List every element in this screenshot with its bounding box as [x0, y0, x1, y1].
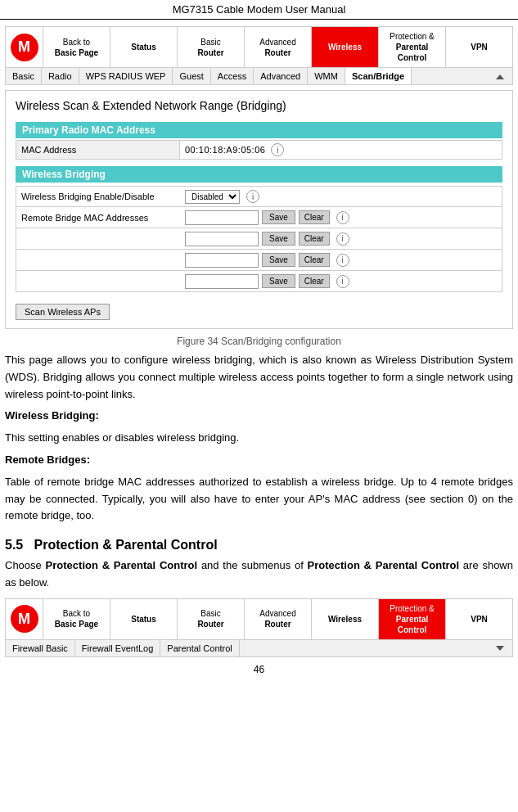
- bridging-enable-row: Wireless Bridging Enable/Disable Disable…: [16, 186, 502, 207]
- remote-bridge-row-1-control: Save Clear i: [185, 210, 497, 225]
- remote-bridge-info-icon-1[interactable]: i: [336, 211, 349, 224]
- remote-bridges-bold: Remote Bridges:: [5, 453, 90, 466]
- sub-nav-1: Basic Radio WPS RADIUS WEP Guest Access …: [5, 68, 513, 85]
- scan-wireless-btn[interactable]: Scan Wireless APs: [16, 304, 110, 320]
- sub-nav-2: Firewall Basic Firewall EventLog Parenta…: [5, 640, 513, 657]
- save-button-1[interactable]: Save: [262, 210, 295, 224]
- nav-wireless-2[interactable]: Wireless: [312, 599, 379, 639]
- bridging-enable-info-icon[interactable]: i: [246, 190, 259, 203]
- bridging-enable-select[interactable]: Disabled Enabled: [185, 190, 240, 204]
- remote-bridge-row-3: Save Clear i: [16, 250, 502, 271]
- section-number: 5.5: [5, 538, 23, 552]
- remote-bridge-input-3[interactable]: [185, 253, 259, 268]
- remote-bridge-row-3-control: Save Clear i: [185, 253, 497, 268]
- remote-bridge-input-4[interactable]: [185, 274, 259, 289]
- body-paragraph-1: This page allows you to configure wirele…: [5, 352, 513, 403]
- nav-vpn-2[interactable]: VPN: [446, 599, 512, 639]
- subnav-basic-1[interactable]: Basic: [6, 68, 42, 84]
- nav-back-2[interactable]: Back to Basic Page: [43, 599, 110, 639]
- remote-bridge-row-2: Save Clear i: [16, 228, 502, 250]
- primary-radio-header: Primary Radio MAC Address: [16, 122, 502, 138]
- subnav-access-1[interactable]: Access: [211, 68, 254, 84]
- content-title-1: Wireless Scan & Extended Network Range (…: [16, 99, 502, 112]
- save-button-3[interactable]: Save: [262, 253, 295, 267]
- subnav-wps-1[interactable]: WPS RADIUS WEP: [79, 68, 173, 84]
- sub-nav-arrow-down-2: [488, 640, 512, 656]
- body-paragraph-remote-heading: Remote Bridges:: [5, 452, 513, 469]
- save-button-4[interactable]: Save: [262, 274, 295, 288]
- body-paragraph-2: This setting enables or disables wireles…: [5, 430, 513, 447]
- subnav-scanbrige-1[interactable]: Scan/Bridge: [345, 68, 412, 84]
- clear-button-4[interactable]: Clear: [299, 274, 330, 288]
- nav-protection-2[interactable]: Protection & Parental Control: [379, 599, 446, 639]
- nav-logo-2: M: [6, 599, 43, 639]
- remote-bridge-info-icon-2[interactable]: i: [336, 232, 349, 246]
- page-number: 46: [0, 664, 518, 675]
- scan-btn-container: Scan Wireless APs: [16, 299, 502, 320]
- clear-button-3[interactable]: Clear: [299, 253, 330, 267]
- motorola-icon-2: M: [11, 605, 38, 633]
- nav-basic-router-1[interactable]: Basic Router: [178, 27, 245, 67]
- mac-address-row: MAC Address 00:10:18:A9:05:06 i: [16, 141, 502, 160]
- nav-vpn-1[interactable]: VPN: [446, 27, 512, 67]
- remote-bridge-input-2[interactable]: [185, 232, 259, 246]
- subnav-firewall-basic[interactable]: Firewall Basic: [6, 640, 75, 656]
- wireless-bridging-header: Wireless Bridging: [16, 166, 502, 183]
- nav-bar-1: M Back to Basic Page Status Basic Router…: [5, 26, 513, 68]
- nav-back-1[interactable]: Back to Basic Page: [43, 27, 110, 67]
- subnav-parental-control[interactable]: Parental Control: [160, 640, 240, 656]
- subnav-advanced-1[interactable]: Advanced: [254, 68, 308, 84]
- nav-logo-1: M: [6, 27, 43, 67]
- arrow-down-icon-2: [496, 646, 504, 651]
- nav-advanced-router-2[interactable]: Advanced Router: [245, 599, 312, 639]
- clear-button-2[interactable]: Clear: [299, 232, 330, 246]
- figure-caption: Figure 34 Scan/Bridging configuration: [0, 336, 518, 347]
- mac-address-table: MAC Address 00:10:18:A9:05:06 i: [16, 140, 502, 160]
- nav-status-2[interactable]: Status: [110, 599, 178, 639]
- remote-bridge-info-icon-3[interactable]: i: [336, 254, 349, 267]
- remote-bridge-info-icon-4[interactable]: i: [336, 275, 349, 288]
- body-paragraph-3: Table of remote bridge MAC addresses aut…: [5, 474, 513, 525]
- subnav-wmm-1[interactable]: WMM: [308, 68, 345, 84]
- subnav-radio-1[interactable]: Radio: [42, 68, 79, 84]
- wireless-bridging-bold: Wireless Bridging:: [5, 409, 99, 422]
- content-area-1: Wireless Scan & Extended Network Range (…: [5, 90, 513, 329]
- body-paragraph-wireless-heading: Wireless Bridging:: [5, 408, 513, 425]
- bridging-enable-control: Disabled Enabled i: [185, 190, 497, 204]
- bridging-enable-label: Wireless Bridging Enable/Disable: [21, 192, 185, 201]
- mac-value-cell: 00:10:18:A9:05:06 i: [180, 141, 502, 160]
- remote-bridge-row-4: Save Clear i: [16, 271, 502, 292]
- nav-protection-1[interactable]: Protection & Parental Control: [379, 27, 446, 67]
- mac-label: MAC Address: [16, 141, 180, 160]
- nav-advanced-router-1[interactable]: Advanced Router: [245, 27, 312, 67]
- clear-button-1[interactable]: Clear: [299, 210, 330, 224]
- section-55-bold-2: Protection & Parental Control: [308, 559, 460, 571]
- nav-status-1[interactable]: Status: [110, 27, 178, 67]
- mac-value: 00:10:18:A9:05:06: [185, 145, 265, 155]
- arrow-up-icon-1: [496, 74, 504, 79]
- nav-bar-2: M Back to Basic Page Status Basic Router…: [5, 598, 513, 640]
- nav-basic-router-2[interactable]: Basic Router: [178, 599, 245, 639]
- section-55-intro: Choose Protection & Parental Control and…: [5, 557, 513, 592]
- subnav-firewall-eventlog[interactable]: Firewall EventLog: [75, 640, 160, 656]
- remote-bridge-row-4-control: Save Clear i: [185, 274, 497, 289]
- remote-bridge-row-2-control: Save Clear i: [185, 232, 497, 246]
- section-title: Protection & Parental Control: [34, 538, 218, 552]
- nav-wireless-1[interactable]: Wireless: [312, 27, 379, 67]
- section-55-bold-1: Protection & Parental Control: [46, 559, 198, 571]
- section-55-heading: 5.5 Protection & Parental Control: [5, 538, 513, 553]
- page-title: MG7315 Cable Modem User Manual: [0, 0, 518, 20]
- remote-bridge-input-1[interactable]: [185, 210, 259, 225]
- sub-nav-arrow-up-1: [488, 69, 512, 84]
- remote-bridge-label-row: Remote Bridge MAC Addresses Save Clear i: [16, 207, 502, 228]
- bridging-section: Wireless Bridging Enable/Disable Disable…: [16, 186, 502, 292]
- mac-info-icon[interactable]: i: [271, 143, 284, 156]
- remote-bridge-label: Remote Bridge MAC Addresses: [21, 213, 185, 223]
- save-button-2[interactable]: Save: [262, 232, 295, 246]
- subnav-guest-1[interactable]: Guest: [173, 68, 210, 84]
- motorola-icon-1: M: [11, 34, 38, 61]
